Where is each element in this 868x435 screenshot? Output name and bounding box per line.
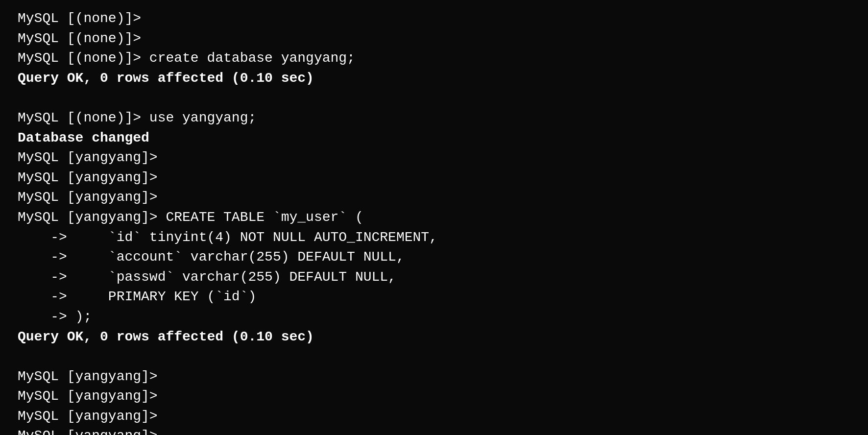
terminal-line: MySQL [yangyang]> (18, 168, 850, 188)
terminal-empty-line (18, 347, 850, 367)
terminal-line: MySQL [yangyang]> (18, 426, 850, 435)
terminal-line: MySQL [yangyang]> (18, 188, 850, 208)
terminal-line: -> `id` tinyint(4) NOT NULL AUTO_INCREME… (18, 228, 850, 248)
terminal-line: MySQL [(none)]> use yangyang; (18, 108, 850, 128)
terminal-line: MySQL [yangyang]> (18, 407, 850, 427)
terminal-line: MySQL [(none)]> create database yangyang… (18, 48, 850, 69)
terminal-line: MySQL [yangyang]> (18, 367, 850, 387)
terminal-line: -> ); (18, 307, 850, 327)
terminal-line: MySQL [yangyang]> (18, 387, 850, 407)
terminal-line: MySQL [yangyang]> CREATE TABLE `my_user`… (18, 208, 850, 228)
terminal-line: -> PRIMARY KEY (`id`) (18, 287, 850, 307)
terminal-line: MySQL [(none)]> (18, 29, 850, 49)
terminal-line: Query OK, 0 rows affected (0.10 sec) (18, 69, 850, 89)
terminal-window[interactable]: MySQL [(none)]>MySQL [(none)]>MySQL [(no… (10, 5, 858, 435)
terminal-line: MySQL [(none)]> (18, 9, 850, 29)
terminal-line: Query OK, 0 rows affected (0.10 sec) (18, 327, 850, 347)
terminal-line: -> `passwd` varchar(255) DEFAULT NULL, (18, 267, 850, 288)
terminal-line: MySQL [yangyang]> (18, 148, 850, 168)
terminal-empty-line (18, 88, 850, 108)
terminal-line: -> `account` varchar(255) DEFAULT NULL, (18, 247, 850, 267)
terminal-line: Database changed (18, 128, 850, 148)
